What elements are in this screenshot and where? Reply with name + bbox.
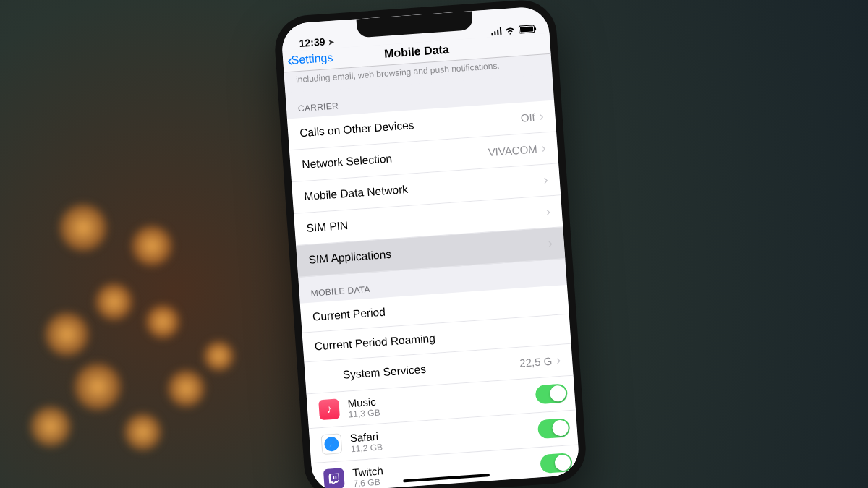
row-value: Off: [520, 111, 535, 124]
chevron-right-icon: ›: [543, 172, 548, 187]
back-label: Settings: [291, 51, 333, 67]
toggle-twitch[interactable]: [540, 453, 573, 474]
row-label: Network Selection: [302, 145, 489, 171]
battery-icon: [519, 25, 535, 34]
music-icon: ♪: [318, 398, 340, 420]
row-label: System Services: [342, 356, 520, 382]
toggle-music[interactable]: [535, 383, 568, 404]
wifi-icon: [505, 26, 516, 35]
location-icon: ➤: [328, 38, 334, 47]
row-label: Calls on Other Devices: [299, 111, 522, 140]
back-button[interactable]: ‹ Settings: [287, 51, 333, 67]
twitch-icon: [323, 468, 345, 488]
screen: 12:39 ➤ ‹ Settings Mobile Data including…: [281, 6, 580, 488]
content-scroll[interactable]: including email, web browsing and push n…: [284, 54, 580, 488]
toggle-safari[interactable]: [537, 418, 571, 439]
phone-frame: 12:39 ➤ ‹ Settings Mobile Data including…: [273, 0, 588, 488]
row-value: 22,5 G: [519, 354, 553, 369]
time-text: 12:39: [299, 35, 326, 48]
svg-point-0: [324, 437, 339, 452]
chevron-right-icon: ›: [539, 108, 544, 124]
chevron-right-icon: ›: [548, 236, 553, 251]
status-time: 12:39 ➤: [299, 35, 334, 49]
safari-icon: [321, 433, 343, 455]
row-value: VIVACOM: [488, 142, 537, 158]
signal-icon: [490, 27, 501, 35]
chevron-right-icon: ›: [541, 140, 546, 155]
chevron-right-icon: ›: [556, 352, 561, 367]
chevron-right-icon: ›: [545, 204, 550, 219]
